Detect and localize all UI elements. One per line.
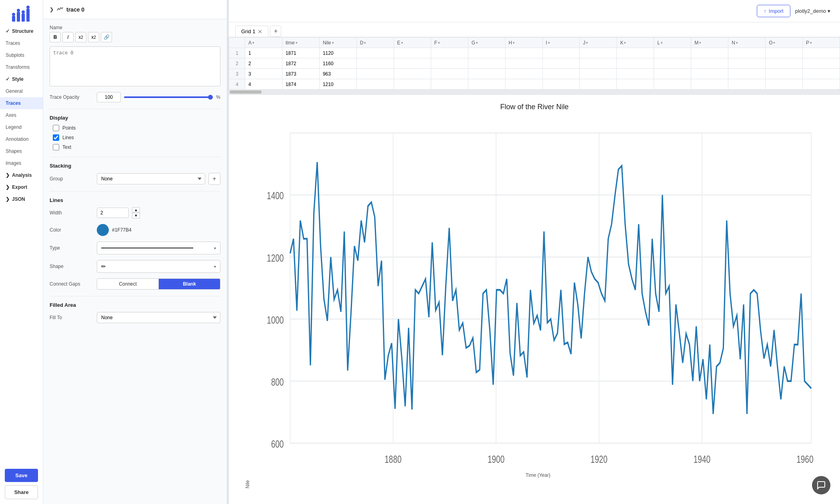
user-account[interactable]: plotly2_demo ▾ <box>795 8 830 14</box>
cell-f[interactable] <box>431 58 468 69</box>
sidebar-style[interactable]: ✓ Style <box>0 73 43 85</box>
cell-g[interactable] <box>468 69 505 79</box>
sidebar-item-traces[interactable]: Traces <box>0 37 43 49</box>
cell-nile[interactable]: 963 <box>319 69 356 79</box>
cell-n[interactable] <box>728 58 766 69</box>
cell-e[interactable] <box>394 48 431 58</box>
cell-m[interactable] <box>691 58 728 69</box>
cell-k[interactable] <box>617 69 654 79</box>
import-button[interactable]: ↑ Import <box>757 5 790 17</box>
italic-button[interactable]: I <box>62 32 74 42</box>
sidebar-analysis[interactable]: ❯ Analysis <box>0 169 43 181</box>
link-button[interactable]: 🔗 <box>101 32 112 42</box>
cell-i[interactable] <box>542 58 580 69</box>
cell-p[interactable] <box>803 48 840 58</box>
cell-n[interactable] <box>728 79 766 90</box>
grid-tab-close[interactable]: ✕ <box>258 29 262 34</box>
line-shape-dropdown[interactable]: ✏ ▾ <box>97 260 220 273</box>
sidebar-item-general[interactable]: General <box>0 85 43 97</box>
cell-p[interactable] <box>803 58 840 69</box>
col-header-H[interactable]: H▾ <box>505 38 542 48</box>
cell-a[interactable]: 4 <box>245 79 282 90</box>
line-width-input[interactable] <box>97 208 129 218</box>
cell-l[interactable] <box>654 69 691 79</box>
cell-nile[interactable]: 1160 <box>319 58 356 69</box>
cell-j[interactable] <box>580 69 617 79</box>
cell-l[interactable] <box>654 48 691 58</box>
line-width-up[interactable]: ▲ <box>132 207 140 213</box>
cell-e[interactable] <box>394 79 431 90</box>
cell-h[interactable] <box>505 69 542 79</box>
cell-j[interactable] <box>580 48 617 58</box>
cell-row[interactable]: 2 <box>229 58 245 69</box>
cell-g[interactable] <box>468 48 505 58</box>
cell-nile[interactable]: 1210 <box>319 79 356 90</box>
sidebar-structure[interactable]: ✓ Structure <box>0 25 43 37</box>
cell-f[interactable] <box>431 48 468 58</box>
cell-i[interactable] <box>542 48 580 58</box>
chat-fab[interactable] <box>812 476 830 494</box>
cell-k[interactable] <box>617 79 654 90</box>
cell-i[interactable] <box>542 69 580 79</box>
cell-h[interactable] <box>505 79 542 90</box>
cell-e[interactable] <box>394 58 431 69</box>
col-header-K[interactable]: K▾ <box>617 38 654 48</box>
cell-k[interactable] <box>617 58 654 69</box>
col-header-I[interactable]: I▾ <box>542 38 580 48</box>
cell-m[interactable] <box>691 48 728 58</box>
cell-o[interactable] <box>766 48 803 58</box>
cell-j[interactable] <box>580 58 617 69</box>
line-type-dropdown[interactable]: ▾ <box>97 242 220 254</box>
col-header-nile[interactable]: Nile▾ <box>319 38 356 48</box>
sidebar-export[interactable]: ❯ Export <box>0 181 43 193</box>
superscript-button[interactable]: x2 <box>88 32 99 42</box>
col-header-J[interactable]: J▾ <box>580 38 617 48</box>
stacking-add-button[interactable]: + <box>208 173 220 185</box>
cell-j[interactable] <box>580 79 617 90</box>
cell-m[interactable] <box>691 79 728 90</box>
cell-e[interactable] <box>394 69 431 79</box>
blank-button[interactable]: Blank <box>159 278 220 290</box>
stacking-group-select[interactable]: None <box>97 173 205 184</box>
cell-m[interactable] <box>691 69 728 79</box>
line-color-swatch[interactable] <box>97 224 109 236</box>
cell-i[interactable] <box>542 79 580 90</box>
cell-h[interactable] <box>505 58 542 69</box>
cell-n[interactable] <box>728 48 766 58</box>
grid-tab-1[interactable]: Grid 1 ✕ <box>235 26 268 37</box>
cell-d[interactable] <box>356 69 394 79</box>
trace-name-input[interactable] <box>50 46 220 86</box>
opacity-input[interactable] <box>97 92 121 102</box>
cell-h[interactable] <box>505 48 542 58</box>
bold-button[interactable]: B <box>50 32 61 42</box>
sidebar-item-transforms[interactable]: Transforms <box>0 61 43 73</box>
cell-time[interactable]: 1872 <box>282 58 319 69</box>
col-header-G[interactable]: G▾ <box>468 38 505 48</box>
cell-time[interactable]: 1871 <box>282 48 319 58</box>
cell-p[interactable] <box>803 69 840 79</box>
display-lines-checkbox[interactable] <box>53 134 59 141</box>
col-header-A[interactable]: A▾ <box>245 38 282 48</box>
sidebar-item-shapes[interactable]: Shapes <box>0 145 43 157</box>
save-button[interactable]: Save <box>5 469 38 482</box>
cell-nile[interactable]: 1120 <box>319 48 356 58</box>
cell-time[interactable]: 1873 <box>282 69 319 79</box>
display-points-checkbox[interactable] <box>53 125 59 131</box>
cell-row[interactable]: 1 <box>229 48 245 58</box>
sidebar-item-legend[interactable]: Legend <box>0 121 43 133</box>
col-header-time[interactable]: time▾ <box>282 38 319 48</box>
fill-to-select[interactable]: None <box>97 312 220 323</box>
cell-d[interactable] <box>356 48 394 58</box>
cell-a[interactable]: 1 <box>245 48 282 58</box>
cell-d[interactable] <box>356 58 394 69</box>
cell-g[interactable] <box>468 79 505 90</box>
cell-o[interactable] <box>766 58 803 69</box>
col-header-N[interactable]: N▾ <box>728 38 766 48</box>
sidebar-item-subplots[interactable]: Subplots <box>0 49 43 61</box>
cell-o[interactable] <box>766 69 803 79</box>
cell-l[interactable] <box>654 58 691 69</box>
grid-tab-add-button[interactable]: + <box>270 26 281 37</box>
cell-p[interactable] <box>803 79 840 90</box>
cell-row[interactable]: 4 <box>229 79 245 90</box>
cell-k[interactable] <box>617 48 654 58</box>
